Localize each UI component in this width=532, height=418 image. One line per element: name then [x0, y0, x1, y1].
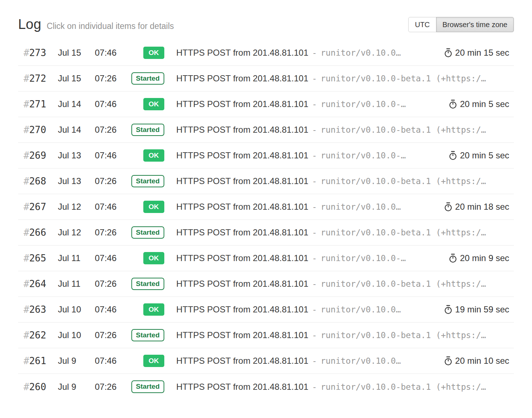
row-time: 07:46 [95, 253, 131, 263]
log-row[interactable]: #269 Jul 13 07:46 OK HTTPS POST from 201… [18, 143, 514, 169]
log-list: #273 Jul 15 07:46 OK HTTPS POST from 201… [18, 40, 514, 400]
event-code: #272 [18, 73, 58, 84]
log-row[interactable]: #272 Jul 15 07:26 Started HTTPS POST fro… [18, 66, 514, 91]
badge-cell: Started [131, 226, 164, 239]
status-badge: OK [143, 98, 165, 111]
log-row[interactable]: #270 Jul 14 07:26 Started HTTPS POST fro… [18, 117, 514, 143]
user-agent-text: runitor/v0.10.0-… [321, 151, 406, 160]
dash-separator: - [312, 382, 317, 392]
row-duration: 20 min 9 sec [449, 253, 509, 263]
duration-text: 19 min 59 sec [455, 304, 509, 315]
event-description: HTTPS POST from 201.48.81.101 - runitor/… [176, 253, 442, 263]
log-row[interactable]: #262 Jul 10 07:26 Started HTTPS POST fro… [18, 323, 514, 348]
status-badge: OK [143, 149, 165, 162]
row-code: 271 [29, 99, 46, 110]
log-row[interactable]: #267 Jul 12 07:46 OK HTTPS POST from 201… [18, 194, 514, 220]
row-message: HTTPS POST from 201.48.81.101 [176, 227, 308, 238]
log-row[interactable]: #264 Jul 11 07:26 Started HTTPS POST fro… [18, 271, 514, 297]
row-date: Jul 10 [58, 330, 95, 340]
user-agent-text: runitor/v0.10.0… [321, 356, 401, 366]
stopwatch-icon [444, 48, 452, 57]
row-time: 07:26 [95, 73, 131, 84]
log-row[interactable]: #271 Jul 14 07:46 OK HTTPS POST from 201… [18, 91, 514, 117]
row-code: 270 [29, 124, 46, 135]
row-duration: 20 min 10 sec [444, 356, 509, 366]
row-time: 07:46 [95, 304, 131, 315]
badge-cell: Started [131, 72, 164, 85]
log-row[interactable]: #268 Jul 13 07:26 Started HTTPS POST fro… [18, 169, 514, 194]
row-message: HTTPS POST from 201.48.81.101 [176, 176, 308, 186]
dash-separator: - [312, 176, 317, 186]
dash-separator: - [312, 151, 317, 160]
utc-button[interactable]: UTC [408, 17, 436, 32]
row-date: Jul 14 [58, 125, 95, 135]
row-date: Jul 10 [58, 304, 95, 315]
row-message: HTTPS POST from 201.48.81.101 [176, 73, 308, 84]
hash-prefix: # [24, 278, 29, 289]
status-badge: Started [131, 124, 164, 136]
log-row[interactable]: #266 Jul 12 07:26 Started HTTPS POST fro… [18, 220, 514, 246]
duration-text: 20 min 15 sec [455, 48, 509, 58]
hash-prefix: # [24, 47, 29, 58]
badge-cell: Started [131, 278, 164, 290]
row-date: Jul 11 [58, 279, 95, 289]
hash-prefix: # [24, 73, 29, 84]
stopwatch-icon [444, 356, 452, 366]
stopwatch-icon [444, 305, 452, 314]
stopwatch-icon [449, 253, 457, 263]
page-header: Log Click on individual items for detail… [18, 0, 514, 32]
user-agent-text: runitor/v0.10.0… [321, 202, 401, 212]
log-row[interactable]: #265 Jul 11 07:46 OK HTTPS POST from 201… [18, 246, 514, 271]
hash-prefix: # [24, 355, 29, 366]
dash-separator: - [312, 228, 317, 237]
hash-prefix: # [24, 99, 29, 110]
dash-separator: - [312, 253, 317, 263]
user-agent-text: runitor/v0.10.0-beta.1 (+https:/… [321, 228, 486, 237]
row-time: 07:26 [95, 330, 131, 340]
row-time: 07:26 [95, 382, 131, 392]
event-description: HTTPS POST from 201.48.81.101 - runitor/… [176, 150, 442, 161]
status-badge: OK [143, 47, 165, 59]
badge-cell: OK [131, 201, 164, 213]
status-badge: Started [131, 380, 164, 393]
status-badge: OK [143, 355, 165, 367]
badge-cell: OK [131, 98, 164, 111]
event-code: #265 [18, 253, 58, 264]
event-code: #264 [18, 278, 58, 289]
log-row[interactable]: #261 Jul 9 07:46 OK HTTPS POST from 201.… [18, 348, 514, 374]
row-time: 07:46 [95, 99, 131, 109]
dash-separator: - [312, 279, 317, 289]
row-code: 262 [29, 330, 46, 341]
event-code: #262 [18, 330, 58, 341]
title-wrap: Log Click on individual items for detail… [18, 17, 174, 32]
log-row[interactable]: #260 Jul 9 07:26 Started HTTPS POST from… [18, 374, 514, 400]
event-code: #271 [18, 99, 58, 110]
hash-prefix: # [24, 150, 29, 161]
stopwatch-icon [449, 151, 457, 160]
stopwatch-icon [444, 202, 452, 212]
event-description: HTTPS POST from 201.48.81.101 - runitor/… [176, 73, 509, 84]
badge-cell: Started [131, 329, 164, 342]
log-row[interactable]: #263 Jul 10 07:46 OK HTTPS POST from 201… [18, 297, 514, 323]
status-badge: Started [131, 175, 164, 188]
status-badge: OK [143, 201, 165, 213]
row-date: Jul 15 [58, 48, 95, 58]
hash-prefix: # [24, 304, 29, 315]
row-date: Jul 13 [58, 176, 95, 186]
page-title: Log [18, 17, 41, 32]
dash-separator: - [312, 305, 317, 314]
row-code: 263 [29, 304, 46, 315]
dash-separator: - [312, 202, 317, 212]
row-code: 260 [29, 381, 46, 392]
user-agent-text: runitor/v0.10.0-beta.1 (+https:/… [321, 125, 486, 135]
badge-cell: Started [131, 124, 164, 136]
badge-cell: OK [131, 47, 164, 59]
log-row[interactable]: #273 Jul 15 07:46 OK HTTPS POST from 201… [18, 40, 514, 66]
row-time: 07:26 [95, 125, 131, 135]
dash-separator: - [312, 330, 317, 340]
row-time: 07:46 [95, 48, 131, 58]
browser-timezone-button[interactable]: Browser's time zone [436, 17, 514, 32]
user-agent-text: runitor/v0.10.0… [321, 48, 401, 57]
badge-cell: OK [131, 149, 164, 162]
row-message: HTTPS POST from 201.48.81.101 [176, 99, 308, 109]
